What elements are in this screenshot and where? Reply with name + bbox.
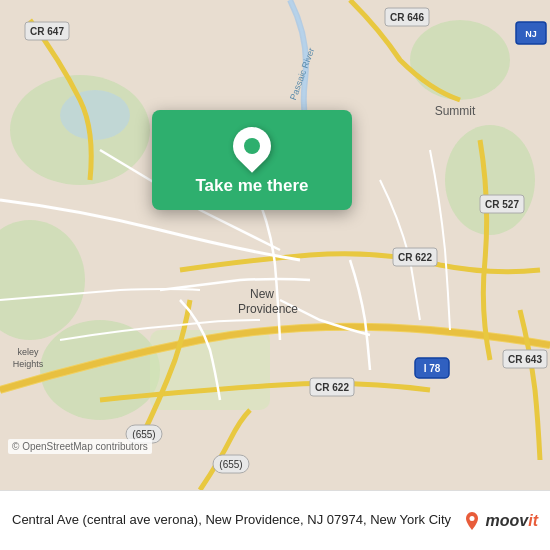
svg-text:(655): (655) [219, 459, 242, 470]
svg-text:CR 527: CR 527 [485, 199, 519, 210]
moovit-pin-icon [462, 511, 482, 531]
svg-text:CR 643: CR 643 [508, 354, 542, 365]
info-bar: Central Ave (central ave verona), New Pr… [0, 490, 550, 550]
svg-point-4 [410, 20, 510, 100]
location-pin-icon [230, 124, 274, 168]
take-me-there-button[interactable]: Take me there [195, 176, 308, 196]
popup-card[interactable]: Take me there [152, 110, 352, 210]
svg-text:Providence: Providence [238, 302, 298, 316]
moovit-brand-text: moovit [486, 512, 538, 530]
svg-text:keley: keley [17, 347, 39, 357]
svg-text:CR 647: CR 647 [30, 26, 64, 37]
svg-text:I 78: I 78 [424, 363, 441, 374]
moovit-logo: moovit [462, 511, 538, 531]
svg-point-5 [445, 125, 535, 235]
svg-text:CR 622: CR 622 [315, 382, 349, 393]
svg-text:New: New [250, 287, 274, 301]
svg-text:Summit: Summit [435, 104, 476, 118]
map-container: CR 647 CR 646 CR 527 CR 622 CR 622 CR 64… [0, 0, 550, 490]
svg-text:Heights: Heights [13, 359, 44, 369]
svg-text:NJ: NJ [525, 29, 537, 39]
svg-point-7 [60, 90, 130, 140]
address-text: Central Ave (central ave verona), New Pr… [12, 511, 454, 529]
copyright-notice: © OpenStreetMap contributors [8, 439, 152, 454]
svg-point-34 [469, 516, 474, 521]
svg-text:CR 622: CR 622 [398, 252, 432, 263]
svg-text:CR 646: CR 646 [390, 12, 424, 23]
